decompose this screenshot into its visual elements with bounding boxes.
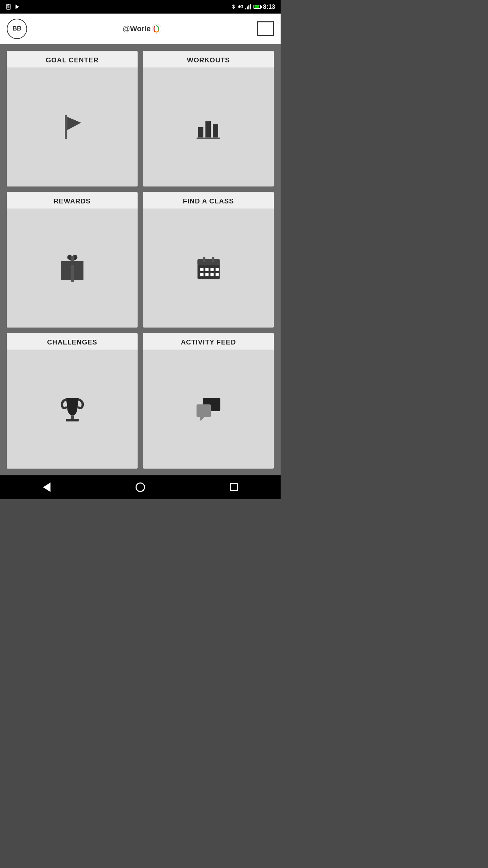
svg-rect-12 bbox=[198, 127, 203, 138]
workouts-card[interactable]: WORKOUTS bbox=[143, 51, 274, 186]
svg-rect-1 bbox=[7, 4, 9, 5]
rewards-title: REWARDS bbox=[7, 192, 138, 209]
status-bar-right: 4G 8:13 bbox=[231, 3, 275, 11]
svg-rect-34 bbox=[66, 419, 79, 422]
main-menu-grid: GOAL CENTER WORKOUTS REWARDS bbox=[0, 44, 281, 475]
status-bar: 4G 8:13 bbox=[0, 0, 281, 14]
app-header: BB @ Worle bbox=[0, 14, 281, 44]
barcode-lines bbox=[262, 24, 268, 34]
svg-rect-24 bbox=[211, 257, 214, 262]
barcode-scan-button[interactable] bbox=[257, 21, 274, 36]
svg-rect-37 bbox=[197, 404, 211, 417]
find-a-class-icon-area bbox=[143, 209, 274, 328]
challenges-icon-area bbox=[7, 350, 138, 469]
clipboard-icon bbox=[5, 4, 12, 10]
workouts-title: WORKOUTS bbox=[143, 51, 274, 67]
network-indicator: 4G bbox=[238, 4, 243, 9]
svg-marker-38 bbox=[200, 417, 204, 421]
trophy-icon bbox=[60, 395, 85, 423]
svg-rect-33 bbox=[70, 415, 74, 419]
svg-rect-8 bbox=[250, 4, 251, 9]
svg-rect-32 bbox=[216, 273, 219, 276]
svg-rect-28 bbox=[216, 268, 219, 271]
workouts-icon-area bbox=[143, 67, 274, 186]
svg-rect-31 bbox=[210, 273, 214, 276]
svg-rect-30 bbox=[205, 273, 208, 276]
bluetooth-icon bbox=[231, 4, 236, 10]
svg-rect-25 bbox=[200, 268, 203, 271]
back-button[interactable] bbox=[40, 480, 54, 494]
status-bar-left bbox=[5, 4, 20, 10]
status-time: 8:13 bbox=[263, 3, 275, 11]
home-circle-icon bbox=[136, 482, 145, 492]
app-logo: @ Worle bbox=[122, 24, 161, 34]
back-arrow-icon bbox=[43, 482, 50, 492]
signal-icon bbox=[245, 4, 251, 9]
svg-rect-7 bbox=[248, 5, 249, 9]
svg-rect-29 bbox=[200, 273, 203, 276]
find-a-class-card[interactable]: FIND A CLASS bbox=[143, 192, 274, 328]
logo-swoosh-icon bbox=[151, 24, 162, 34]
challenges-card[interactable]: CHALLENGES bbox=[7, 333, 138, 469]
svg-rect-22 bbox=[197, 259, 220, 265]
logo-brand-text: Worle bbox=[130, 24, 151, 33]
home-button[interactable] bbox=[134, 480, 147, 494]
challenges-title: CHALLENGES bbox=[7, 333, 138, 350]
activity-feed-card[interactable]: ACTIVITY FEED bbox=[143, 333, 274, 469]
svg-rect-14 bbox=[213, 124, 218, 137]
find-a-class-title: FIND A CLASS bbox=[143, 192, 274, 209]
calendar-icon bbox=[196, 255, 221, 281]
rewards-icon-area bbox=[7, 209, 138, 328]
svg-rect-26 bbox=[205, 268, 208, 271]
activity-feed-icon-area bbox=[143, 350, 274, 469]
activity-feed-title: ACTIVITY FEED bbox=[143, 333, 274, 350]
svg-rect-27 bbox=[210, 268, 214, 271]
logo-at-symbol: @ bbox=[122, 24, 130, 33]
svg-rect-10 bbox=[65, 115, 67, 139]
chart-icon bbox=[195, 115, 222, 139]
svg-rect-15 bbox=[197, 137, 220, 139]
battery-icon bbox=[253, 5, 261, 9]
goal-center-icon-area bbox=[7, 67, 138, 186]
svg-rect-6 bbox=[247, 6, 248, 9]
svg-marker-4 bbox=[16, 4, 19, 9]
chat-icon bbox=[195, 396, 222, 422]
svg-rect-20 bbox=[70, 265, 74, 280]
play-icon bbox=[14, 4, 20, 10]
recents-button[interactable] bbox=[227, 480, 241, 494]
svg-rect-13 bbox=[205, 121, 211, 137]
svg-rect-23 bbox=[203, 257, 205, 262]
svg-rect-0 bbox=[7, 4, 11, 9]
navigation-bar bbox=[0, 475, 281, 499]
svg-rect-5 bbox=[245, 8, 246, 9]
goal-center-title: GOAL CENTER bbox=[7, 51, 138, 67]
user-avatar[interactable]: BB bbox=[7, 19, 27, 39]
gift-icon bbox=[60, 255, 85, 282]
svg-marker-11 bbox=[67, 117, 81, 130]
rewards-card[interactable]: REWARDS bbox=[7, 192, 138, 328]
goal-center-card[interactable]: GOAL CENTER bbox=[7, 51, 138, 186]
recents-square-icon bbox=[230, 483, 238, 491]
flag-icon bbox=[60, 114, 84, 141]
